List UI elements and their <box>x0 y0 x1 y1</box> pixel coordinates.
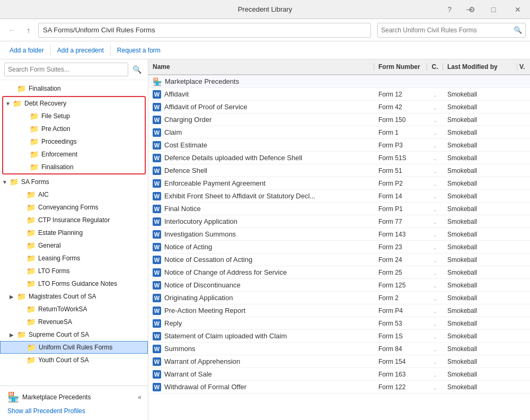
search-icon[interactable]: 🔍 <box>510 26 525 34</box>
sidebar-label-lto-guidance: LTO Forms Guidance Notes <box>38 280 117 287</box>
column-v-header: V. <box>517 63 530 71</box>
help-button[interactable]: ? <box>443 4 456 15</box>
table-row-notice-discontinuance[interactable]: WNotice of DiscontinuanceForm 125.Smokeb… <box>148 279 530 292</box>
table-row-defence-shell[interactable]: WDefence ShellForm 51.Smokeball <box>148 164 530 177</box>
sidebar-item-file-setup[interactable]: 📁File Setup <box>3 110 145 122</box>
search-input[interactable] <box>378 27 510 34</box>
cell-form-number-cost-estimate: Form P3 <box>374 142 427 149</box>
table-row-notice-cessation[interactable]: WNotice of Cessation of ActingForm 24.Sm… <box>148 253 530 266</box>
marketplace-icon: 🏪 <box>7 391 19 403</box>
cell-modified-charging-order: Smokeball <box>443 116 517 124</box>
sidebar-search-icon[interactable]: 🔍 <box>130 64 144 75</box>
sidebar-item-general[interactable]: 📁General <box>0 239 148 252</box>
cell-name-defence-shell: WDefence Shell <box>148 167 374 175</box>
table-row-enforceable-payment[interactable]: WEnforceable Payment AgreementForm P2.Sm… <box>148 177 530 190</box>
table-row-notice-change-address[interactable]: WNotice of Change of Address for Service… <box>148 266 530 279</box>
sidebar-item-debt-recovery[interactable]: ▼📁Debt Recovery <box>3 97 145 110</box>
table-row-investigation-summons[interactable]: WInvestigation SummonsForm 143.Smokeball <box>148 228 530 241</box>
sidebar-item-returntoworksa[interactable]: 📁ReturnToWorkSA <box>0 303 148 316</box>
cell-c-affidavit: . <box>427 91 443 98</box>
sidebar-item-magistrates-court[interactable]: ▶📁Magistrates Court of SA <box>0 290 148 303</box>
table-row-charging-order[interactable]: WCharging OrderForm 150.Smokeball <box>148 113 530 126</box>
cell-modified-notice-change-address: Smokeball <box>443 269 517 276</box>
cell-name-cost-estimate: WCost Estimate <box>148 141 374 150</box>
cell-c-warrant-apprehension: . <box>427 358 443 365</box>
cell-name-investigation-summons: WInvestigation Summons <box>148 230 374 239</box>
doc-icon-claim: W <box>153 128 161 137</box>
folder-icon-finalisation-top: 📁 <box>17 84 26 93</box>
sidebar-item-sa-forms[interactable]: ▼📁SA Forms <box>0 176 148 188</box>
marketplace-link[interactable]: 🏪 Marketplace Precedents <box>4 389 94 405</box>
sidebar-label-conveyancing: Conveyancing Forms <box>38 204 98 211</box>
doc-icon-summons: W <box>153 345 161 353</box>
table-row-warrant-sale[interactable]: WWarrant of SaleForm 163.Smokeball <box>148 368 530 381</box>
maximize-button[interactable]: □ <box>481 0 506 19</box>
sidebar-item-finalisation-dr[interactable]: 📁Finalisation <box>3 161 145 173</box>
cell-form-number-interlocutory: Form 77 <box>374 218 427 225</box>
up-button[interactable]: ↑ <box>21 23 36 38</box>
sidebar-item-revenuesa[interactable]: 📁RevenueSA <box>0 316 148 328</box>
expand-arrow-magistrates-court: ▶ <box>10 294 17 300</box>
sidebar-item-conveyancing[interactable]: 📁Conveyancing Forms <box>0 201 148 214</box>
collapse-sidebar-button[interactable]: « <box>136 391 144 403</box>
table-row-affidavit-proof[interactable]: WAffidavit of Proof of ServiceForm 42.Sm… <box>148 101 530 113</box>
sidebar-item-lto-guidance[interactable]: 📁LTO Forms Guidance Notes <box>0 277 148 290</box>
sidebar-item-youth-court[interactable]: 📁Youth Court of SA <box>0 354 148 366</box>
sidebar-item-supreme-court[interactable]: ▶📁Supreme Court of SA <box>0 328 148 341</box>
cell-form-number-affidavit: Form 12 <box>374 91 427 98</box>
table-row-final-notice[interactable]: WFinal NoticeForm P1.Smokeball <box>148 203 530 215</box>
table-row-notice-acting[interactable]: WNotice of ActingForm 23.Smokeball <box>148 241 530 253</box>
table-row-reply[interactable]: WReplyForm 53.Smokeball <box>148 317 530 330</box>
sidebar-item-ctp[interactable]: 📁CTP Insurance Regulator <box>0 214 148 226</box>
sidebar-item-estate-planning[interactable]: 📁Estate Planning <box>0 226 148 239</box>
sidebar-item-finalisation-top[interactable]: 📁Finalisation <box>0 82 148 95</box>
sidebar-item-lto-forms[interactable]: 📁LTO Forms <box>0 265 148 277</box>
folder-icon-conveyancing: 📁 <box>26 203 36 212</box>
table-row-defence-details[interactable]: WDefence Details uploaded with Defence S… <box>148 152 530 164</box>
back-button[interactable]: ← <box>4 23 19 38</box>
toolbar-separator-1 <box>50 45 51 56</box>
sidebar-item-aic[interactable]: 📁AIC <box>0 188 148 201</box>
table-row-pre-action-report[interactable]: WPre-Action Meeting ReportForm P4.Smokeb… <box>148 304 530 317</box>
cell-modified-warrant-apprehension: Smokeball <box>443 358 517 365</box>
folder-icon-lto-forms: 📁 <box>26 267 36 275</box>
minimize-button[interactable]: ─ <box>457 0 481 19</box>
cell-form-number-statement-claim: Form 1S <box>374 332 427 340</box>
titlebar-title: Precedent Library <box>238 5 293 13</box>
table-row-summons[interactable]: WSummonsForm 84.Smokeball <box>148 343 530 355</box>
search-bar: 🔍 <box>377 23 526 38</box>
sidebar-item-pre-action[interactable]: 📁Pre Action <box>3 122 145 135</box>
table-row-exhibit-front[interactable]: WExhibit Front Sheet to Affidavit or Sta… <box>148 190 530 203</box>
add-folder-button[interactable]: Add a folder <box>4 43 49 58</box>
sidebar-item-enforcement[interactable]: 📁Enforcement <box>3 148 145 161</box>
cell-name-text-enforceable-payment: Enforceable Payment Agreement <box>164 179 266 187</box>
table-row-originating-application[interactable]: WOriginating ApplicationForm 2.Smokeball <box>148 292 530 304</box>
table-row-cost-estimate[interactable]: WCost EstimateForm P3.Smokeball <box>148 139 530 152</box>
sidebar-item-proceedings[interactable]: 📁Proceedings <box>3 135 145 148</box>
table-row-withdrawal-formal[interactable]: WWithdrawal of Formal OfferForm 122.Smok… <box>148 381 530 393</box>
table-header: Name Form Number C. Last Modified by V. <box>148 59 530 75</box>
cell-name-text-originating-application: Originating Application <box>164 294 233 302</box>
cell-c-defence-details: . <box>427 154 443 162</box>
sidebar-item-uniform-civil[interactable]: 📁Uniform Civil Rules Forms <box>0 341 148 354</box>
cell-form-number-affidavit-proof: Form 42 <box>374 103 427 111</box>
sidebar-search-input[interactable] <box>4 63 128 76</box>
doc-icon-notice-cessation: W <box>153 256 161 264</box>
table-row-claim[interactable]: WClaimForm 1.Smokeball <box>148 126 530 139</box>
sidebar-label-pre-action: Pre Action <box>41 125 70 133</box>
sidebar-footer: 🏪 Marketplace Precedents « Show all Prec… <box>0 386 148 420</box>
table-row-warrant-apprehension[interactable]: WWarrant of ApprehensionForm 154.Smokeba… <box>148 355 530 368</box>
request-form-button[interactable]: Request a form <box>112 43 166 58</box>
table-row-statement-claim[interactable]: WStatement of Claim uploaded with ClaimF… <box>148 330 530 343</box>
cell-form-number-notice-change-address: Form 25 <box>374 269 427 276</box>
sidebar-item-leasing-forms[interactable]: 📁Leasing Forms <box>0 252 148 265</box>
table-row-interlocutory[interactable]: WInterlocutory ApplicationForm 77.Smokeb… <box>148 215 530 228</box>
cell-name-text-summons: Summons <box>164 345 196 353</box>
table-row-marketplace-precedents[interactable]: 🏪Marketplace Precedents <box>148 75 530 88</box>
window-controls: ─ □ ✕ <box>457 0 530 19</box>
show-all-profiles-link[interactable]: Show all Precedent Profiles <box>4 405 89 417</box>
table-row-affidavit[interactable]: WAffidavitForm 12.Smokeball <box>148 88 530 101</box>
cell-name-exhibit-front: WExhibit Front Sheet to Affidavit or Sta… <box>148 192 374 200</box>
close-button[interactable]: ✕ <box>506 0 530 19</box>
add-precedent-button[interactable]: Add a precedent <box>52 43 109 58</box>
